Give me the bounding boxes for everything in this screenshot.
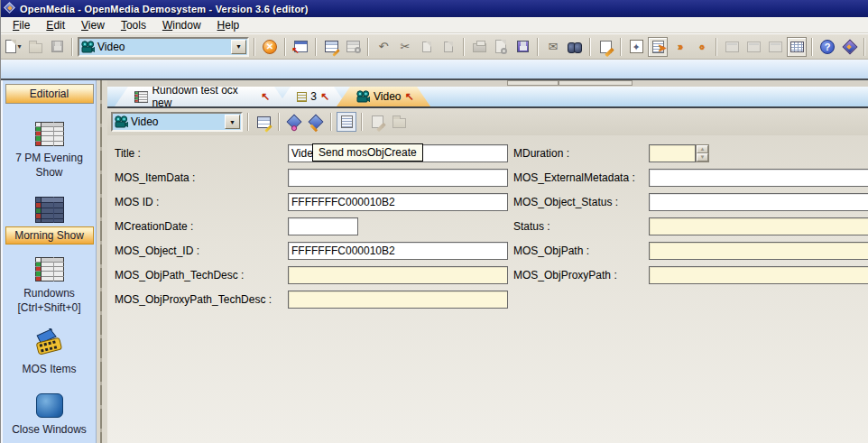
copy-button[interactable] [417, 37, 437, 57]
sidebar-item-label[interactable]: 7 PM Evening Show [6, 150, 93, 180]
edit-metadata-button[interactable] [367, 112, 387, 132]
field-label: Title : [115, 147, 288, 160]
layout-grid-icon [790, 42, 804, 52]
layout-split-button[interactable] [743, 37, 763, 57]
tab-3[interactable]: 3 ↖ [277, 87, 347, 106]
undo-button[interactable]: ↶ [374, 37, 393, 57]
mduration-input[interactable] [649, 144, 696, 162]
layout-grid-button[interactable] [787, 37, 807, 57]
help-button[interactable]: ? [817, 37, 837, 57]
table-save-icon [257, 116, 271, 128]
form-row-mcreationdate: MCreationDate : [115, 214, 508, 238]
spin-down-icon[interactable]: ▼ [697, 153, 708, 162]
rundown-grid-dark-icon [35, 197, 64, 223]
document-type-combo[interactable]: Video ▼ [78, 37, 249, 57]
video-camera-icon [81, 41, 95, 53]
find-button[interactable] [565, 37, 585, 57]
jump-prev-button[interactable]: ‹› [691, 37, 711, 57]
menu-file[interactable]: File [5, 18, 38, 32]
sidebar-item-label[interactable]: MOS Items [20, 361, 78, 377]
about-button[interactable] [839, 37, 859, 57]
mduration-spinner[interactable]: ▲▼ [696, 144, 709, 162]
new-window-button[interactable]: ↖ [291, 37, 310, 57]
rundown-grid-icon [35, 122, 64, 146]
field-label: MOS_ObjProxyPath_TechDesc : [115, 293, 288, 306]
sidebar-item-label[interactable]: Morning Show [5, 226, 94, 245]
edit-object-button[interactable] [306, 112, 326, 132]
editor-type-combo[interactable]: Video ▼ [111, 112, 243, 132]
toolbar-separator [463, 38, 465, 56]
print-setup-button[interactable] [512, 37, 532, 57]
title-bar[interactable]: OpenMedia - OpenMedia Demosystem - Versi… [1, 0, 868, 17]
mos-object-id-input[interactable] [288, 242, 508, 260]
field-label: MCreationDate : [115, 220, 288, 233]
menu-window[interactable]: Window [154, 18, 209, 32]
mos-objpath-input[interactable] [649, 242, 868, 260]
spin-up-icon[interactable]: ▲ [697, 145, 708, 153]
send-mosobjcreate-button[interactable] [337, 112, 356, 132]
menu-tools[interactable]: Tools [113, 18, 154, 32]
story-view-button[interactable]: ➤ [648, 37, 668, 57]
mos-externalmetadata-input[interactable] [649, 169, 868, 187]
mos-object-status-input[interactable] [649, 193, 868, 211]
new-dropdown-caret-icon[interactable]: ▾ [17, 42, 21, 51]
combo-dropdown-button[interactable]: ▼ [225, 115, 240, 129]
toolbar-separator [620, 38, 622, 56]
combo-dropdown-button[interactable]: ▼ [231, 40, 246, 54]
diamond-search-icon [287, 115, 302, 130]
sidebar-item-morning-show[interactable]: Morning Show [3, 197, 96, 245]
sidebar-item-rundowns[interactable]: Rundowns [Ctrl+Shift+0] [3, 257, 96, 316]
layout-quad-button[interactable] [765, 37, 785, 57]
cut-button[interactable]: ✂ [395, 37, 415, 57]
edit-pencil-icon [600, 41, 612, 53]
mos-objpath-techdesc-input[interactable] [288, 266, 508, 284]
new-document-button[interactable]: ▾ [4, 37, 23, 57]
mos-id-input[interactable] [288, 193, 508, 211]
export-button[interactable] [389, 112, 409, 132]
tab-video[interactable]: Video ↖ [337, 87, 430, 106]
tab-rundown-test-ocx-new[interactable]: Rundown test ocx new ↖ [115, 87, 288, 106]
send-mail-button[interactable]: ✉ [543, 37, 563, 57]
sidebar-item-mos-items[interactable]: MOS Items [3, 328, 96, 377]
tab-red-arrow-icon[interactable]: ↖ [320, 90, 329, 103]
find-object-button[interactable] [284, 112, 304, 132]
open-button[interactable] [25, 37, 45, 57]
menu-edit[interactable]: Edit [38, 18, 73, 32]
layout-single-button[interactable] [722, 37, 742, 57]
duplicate-record-button[interactable] [343, 37, 363, 57]
print-button[interactable] [469, 37, 489, 57]
toolbar-separator [537, 38, 539, 56]
sidebar-item-label[interactable]: Close Windows [10, 421, 88, 438]
sidebar-header[interactable]: Editorial [5, 84, 94, 104]
save-button[interactable] [47, 37, 67, 57]
mcreationdate-input[interactable] [288, 217, 358, 235]
form-row-mduration: MDuration : ▲▼ [513, 141, 868, 165]
tab-red-arrow-icon[interactable]: ↖ [261, 90, 270, 103]
window-title: OpenMedia - OpenMedia Demosystem - Versi… [20, 4, 309, 14]
print-setup-icon [517, 41, 529, 52]
paste-button[interactable] [439, 37, 458, 57]
expand-view-button[interactable] [626, 37, 646, 57]
tab-red-arrow-icon[interactable]: ↖ [404, 90, 413, 103]
save-object-button[interactable] [254, 112, 273, 132]
mos-objproxypath-input[interactable] [649, 266, 868, 284]
scrollbar-segment[interactable] [507, 80, 559, 86]
print-preview-button[interactable] [491, 37, 511, 57]
edit-button[interactable] [596, 37, 615, 57]
cancel-button[interactable]: ✕ [260, 37, 280, 57]
sidebar-item-7pm-evening-show[interactable]: 7 PM Evening Show [3, 122, 96, 180]
jump-next-button[interactable]: ›› [669, 37, 689, 57]
cut-icon: ✂ [401, 41, 411, 52]
status-input[interactable] [649, 217, 868, 235]
scrollbar-segment[interactable] [559, 80, 633, 86]
mos-itemdata-input[interactable] [288, 169, 508, 187]
sidebar-splitter[interactable] [97, 80, 107, 443]
save-record-button[interactable] [321, 37, 341, 57]
menu-view[interactable]: View [73, 18, 113, 32]
field-label: MOS_ObjProxyPath : [513, 269, 649, 281]
sidebar-item-close-windows[interactable]: Close Windows [3, 393, 96, 438]
menu-help[interactable]: Help [209, 18, 248, 32]
mos-objproxypath-techdesc-input[interactable] [288, 291, 508, 309]
sidebar-item-label[interactable]: Rundowns [Ctrl+Shift+0] [5, 285, 95, 316]
close-windows-icon [36, 393, 63, 418]
